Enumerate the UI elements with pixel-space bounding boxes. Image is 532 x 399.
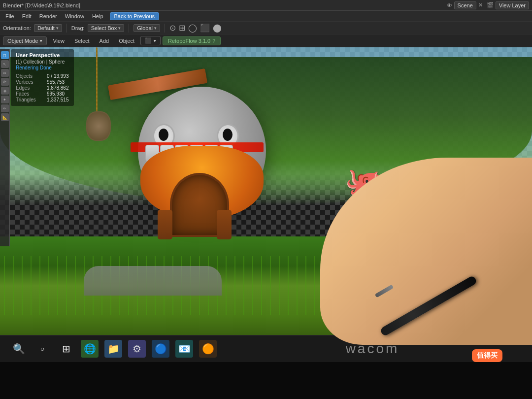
tool-measure[interactable]: 📐 bbox=[1, 113, 9, 121]
retopoflow-button[interactable]: RetopoFlow 3.1.0 ? bbox=[163, 36, 221, 45]
collection-label: (1) Collection | Sphere bbox=[16, 59, 69, 65]
taskbar-edge[interactable]: 🔵 bbox=[152, 340, 169, 358]
mode-bar: Object Mode View Select Add Object ⬛ Ret… bbox=[0, 34, 532, 47]
back-to-previous-button[interactable]: Back to Previous bbox=[110, 12, 160, 20]
badge-text: 值得买 bbox=[477, 351, 498, 359]
tool-select[interactable]: ◻ bbox=[1, 51, 9, 59]
stat-vertices: Vertices 955,753 bbox=[16, 79, 69, 85]
zhidetai-badge: 值得买 bbox=[472, 349, 502, 362]
tool-move[interactable]: ⇔ bbox=[1, 69, 9, 77]
scene-selector[interactable]: Scene bbox=[454, 1, 476, 9]
toolbar-separator-1 bbox=[66, 24, 67, 33]
proportional-icon[interactable]: ⊙ bbox=[169, 23, 176, 33]
scene-icon: 👁 bbox=[447, 2, 452, 8]
menu-window[interactable]: Window bbox=[62, 12, 88, 20]
menu-help[interactable]: Help bbox=[89, 12, 107, 20]
taskbar-blender[interactable]: 🟠 bbox=[199, 340, 217, 358]
object-options-dropdown[interactable]: ⬛ bbox=[140, 36, 161, 45]
object-menu[interactable]: Object bbox=[115, 37, 138, 45]
taskbar-search[interactable]: 🔍 bbox=[10, 340, 28, 358]
stat-triangles-label: Triangles bbox=[16, 97, 43, 102]
leg-left bbox=[158, 210, 172, 239]
tool-transform[interactable]: ✦ bbox=[1, 96, 9, 103]
global-dropdown[interactable]: Global bbox=[133, 24, 160, 32]
stat-vertices-value: 955,753 bbox=[47, 79, 65, 85]
stat-objects-value: 0 / 13,993 bbox=[47, 73, 68, 79]
xray-icon[interactable]: ⬛ bbox=[200, 23, 210, 33]
stat-vertices-label: Vertices bbox=[16, 79, 43, 85]
stat-faces-value: 995,930 bbox=[47, 91, 65, 97]
object-mode-dropdown[interactable]: Object Mode bbox=[3, 36, 47, 45]
monitor-outer: Blender* [D:\Video\9.19\2.blend] 👁 Scene… bbox=[0, 0, 532, 399]
taskbar-widgets[interactable]: ⊞ bbox=[57, 340, 75, 358]
pupil-right bbox=[223, 129, 233, 141]
tool-sidebar: ◻ ↖ ⇔ ⟳ ◈ ✦ ✏ 📐 bbox=[0, 49, 10, 246]
toolbar-separator-2 bbox=[129, 24, 129, 33]
menu-edit[interactable]: Edit bbox=[19, 12, 35, 20]
stats-panel: User Perspective (1) Collection | Sphere… bbox=[11, 49, 74, 106]
rope-decoration bbox=[96, 47, 98, 111]
leg-right bbox=[217, 210, 232, 239]
taskbar-mail[interactable]: 📧 bbox=[175, 340, 193, 358]
perspective-label: User Perspective bbox=[16, 52, 69, 58]
taskbar-explorer[interactable]: 📁 bbox=[104, 340, 122, 358]
tool-annotate[interactable]: ✏ bbox=[1, 104, 9, 112]
stat-faces: Faces 995,930 bbox=[16, 91, 69, 97]
add-menu[interactable]: Add bbox=[96, 37, 113, 45]
title-bar-controls: 👁 Scene ✕ 🎬 View Layer bbox=[447, 1, 529, 9]
lantern-body bbox=[86, 111, 111, 141]
view-layer-selector[interactable]: View Layer bbox=[496, 1, 529, 9]
render-status: Rendering Done bbox=[16, 65, 69, 70]
taskbar-bottom-area bbox=[0, 362, 532, 399]
menu-file[interactable]: File bbox=[2, 12, 18, 20]
toolbar: Orientation: Default Drag: Select Box Gl… bbox=[0, 22, 532, 34]
view-menu[interactable]: View bbox=[49, 37, 68, 45]
taskbar-browser[interactable]: 🌐 bbox=[81, 340, 99, 358]
lantern-prop bbox=[81, 106, 116, 151]
stat-edges: Edges 1,878,862 bbox=[16, 85, 69, 91]
select-menu[interactable]: Select bbox=[70, 37, 94, 45]
menu-render[interactable]: Render bbox=[36, 12, 61, 20]
orientation-dropdown[interactable]: Default bbox=[34, 24, 62, 32]
stat-triangles: Triangles 1,337,515 bbox=[16, 97, 69, 102]
title-bar: Blender* [D:\Video\9.19\2.blend] 👁 Scene… bbox=[0, 0, 532, 11]
snap-icon[interactable]: ⊞ bbox=[179, 23, 185, 33]
viewport-shading-icon[interactable]: ⬤ bbox=[213, 23, 222, 33]
stat-objects: Objects 0 / 13,993 bbox=[16, 73, 69, 79]
taskbar-start[interactable]: ○ bbox=[33, 340, 51, 358]
scene-expand-icon: ✕ bbox=[478, 2, 483, 8]
stat-objects-label: Objects bbox=[16, 73, 43, 79]
toolbar-separator-3 bbox=[165, 24, 165, 33]
view-layer-label-area: 🎬 View Layer bbox=[487, 1, 529, 9]
scene-label-area: 👁 Scene ✕ bbox=[447, 1, 483, 9]
stat-edges-label: Edges bbox=[16, 85, 43, 91]
stone-path bbox=[84, 266, 222, 296]
orientation-label: Orientation: bbox=[3, 25, 31, 31]
drag-dropdown[interactable]: Select Box bbox=[88, 24, 125, 32]
pupil-left bbox=[159, 129, 168, 141]
retopoflow-label: RetopoFlow 3.1.0 bbox=[168, 38, 210, 44]
tool-scale[interactable]: ◈ bbox=[1, 87, 9, 95]
overlay-icon[interactable]: ◯ bbox=[188, 23, 197, 33]
menu-bar: File Edit Render Window Help Back to Pre… bbox=[0, 11, 532, 22]
tool-rotate[interactable]: ⟳ bbox=[1, 78, 9, 86]
stat-edges-value: 1,878,862 bbox=[47, 85, 69, 91]
tool-cursor[interactable]: ↖ bbox=[1, 60, 9, 68]
drag-label: Drag: bbox=[71, 25, 85, 31]
stat-triangles-value: 1,337,515 bbox=[47, 97, 69, 102]
retopoflow-help-icon: ? bbox=[212, 38, 215, 44]
taskbar-settings[interactable]: ⚙ bbox=[128, 340, 146, 358]
render-icon: 🎬 bbox=[487, 2, 494, 8]
stat-faces-label: Faces bbox=[16, 91, 43, 97]
window-title: Blender* [D:\Video\9.19\2.blend] bbox=[3, 2, 80, 8]
